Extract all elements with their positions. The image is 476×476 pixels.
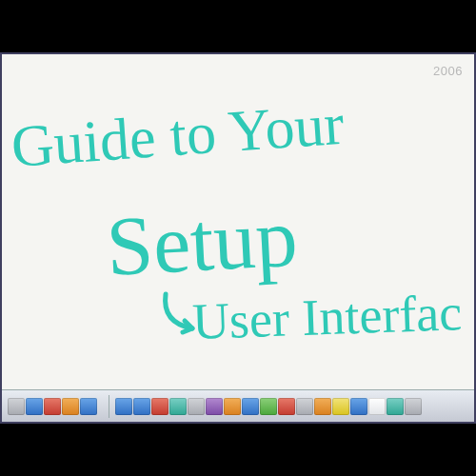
- taskbar: [2, 389, 474, 422]
- handwritten-canvas[interactable]: Guide to Your Setup User Interfac: [2, 54, 474, 422]
- taskbar-separator: [109, 395, 109, 418]
- tool-icon-6[interactable]: [206, 398, 223, 415]
- tool-icon-17[interactable]: [405, 398, 422, 415]
- tool-icon-16[interactable]: [387, 398, 404, 415]
- handwriting-line-3: User Interfac: [191, 283, 463, 351]
- whiteboard-window: 2006 Guide to Your Setup User Interfac: [0, 52, 476, 424]
- tool-icon-9[interactable]: [260, 398, 277, 415]
- tool-icon-10[interactable]: [278, 398, 295, 415]
- app-icon-4[interactable]: [62, 398, 79, 415]
- tool-icon-5[interactable]: [188, 398, 205, 415]
- tool-icon-4[interactable]: [169, 398, 187, 415]
- tool-icon-13[interactable]: [332, 398, 349, 415]
- taskbar-group: [8, 398, 103, 415]
- tool-icon-7[interactable]: [224, 398, 241, 415]
- tool-icon-3[interactable]: [151, 398, 169, 415]
- app-icon-5[interactable]: [80, 398, 97, 415]
- tool-icon-2[interactable]: [133, 398, 150, 415]
- tool-icon-8[interactable]: [242, 398, 259, 415]
- app-icon-1[interactable]: [8, 398, 25, 415]
- handwriting-line-2: Setup: [104, 189, 299, 295]
- tool-icon-15[interactable]: [368, 398, 386, 415]
- app-icon-2[interactable]: [26, 398, 43, 415]
- taskbar-group: [115, 398, 427, 415]
- tool-icon-12[interactable]: [314, 398, 331, 415]
- handwriting-line-1: Guide to Your: [10, 90, 347, 181]
- tool-icon-11[interactable]: [296, 398, 313, 415]
- tool-icon-14[interactable]: [350, 398, 367, 415]
- app-icon-3[interactable]: [44, 398, 61, 415]
- tool-icon-1[interactable]: [115, 398, 132, 415]
